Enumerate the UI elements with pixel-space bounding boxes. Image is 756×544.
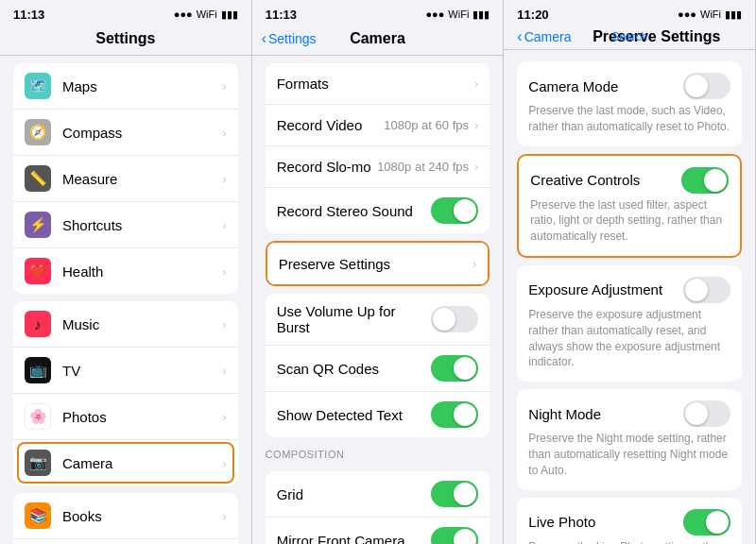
- sidebar-item-compass[interactable]: 🧭 Compass ›: [13, 110, 238, 156]
- preserve-scroll[interactable]: Camera Mode Preserve the last mode, such…: [504, 50, 755, 544]
- shortcuts-label: Shortcuts: [62, 217, 222, 233]
- volume-burst-toggle[interactable]: [431, 306, 478, 332]
- measure-chevron: ›: [222, 172, 226, 186]
- camera-panel: 11:13 ●●● WiFi ▮▮▮ ‹ Settings Camera For…: [252, 0, 505, 544]
- preserve-nav: Search ‹ Camera Preserve Settings: [504, 26, 755, 50]
- sidebar-item-tv[interactable]: 📺 TV ›: [13, 348, 238, 394]
- back-camera-label: Camera: [524, 29, 572, 44]
- battery-icon-3: ▮▮▮: [725, 8, 742, 21]
- sidebar-item-music[interactable]: ♪ Music ›: [13, 301, 238, 348]
- compass-label: Compass: [62, 125, 222, 141]
- back-to-camera[interactable]: ‹ Camera: [517, 28, 571, 45]
- camera-chevron: ›: [222, 456, 226, 470]
- preserve-settings-label: Preserve Settings: [279, 256, 472, 272]
- back-arrow-icon: ‹: [262, 30, 266, 47]
- live-photo-toggle[interactable]: [683, 509, 730, 536]
- creative-controls-row: Creative Controls: [530, 167, 729, 194]
- record-stereo-label: Record Stereo Sound: [277, 203, 432, 219]
- settings-nav: Settings: [0, 26, 251, 56]
- camera-scroll[interactable]: Formats › Record Video 1080p at 60 fps ›…: [252, 56, 504, 544]
- creative-controls-toggle[interactable]: [681, 167, 729, 194]
- measure-label: Measure: [62, 171, 222, 187]
- back-to-settings[interactable]: ‹ Settings: [262, 30, 317, 47]
- record-slomo-chevron: ›: [474, 160, 478, 174]
- music-chevron: ›: [222, 317, 226, 332]
- search-label: Search: [611, 30, 647, 43]
- wifi-icon-3: WiFi: [700, 8, 721, 20]
- battery-icon-2: ▮▮▮: [472, 8, 490, 21]
- preserve-nav-title-container: Preserve Settings: [571, 28, 742, 45]
- live-photo-desc: Preserve the Live Photo setting, rather …: [528, 539, 730, 544]
- camera-mode-label: Camera Mode: [528, 78, 618, 94]
- music-label: Music: [62, 316, 222, 332]
- sidebar-item-photos[interactable]: 🌸 Photos ›: [13, 394, 238, 440]
- record-stereo-item[interactable]: Record Stereo Sound: [266, 188, 490, 233]
- status-icons-1: ●●● WiFi ▮▮▮: [174, 8, 238, 21]
- preserve-settings-row[interactable]: Preserve Settings ›: [267, 243, 489, 284]
- record-stereo-toggle[interactable]: [431, 197, 478, 224]
- formats-item[interactable]: Formats ›: [266, 63, 490, 105]
- sidebar-item-health[interactable]: ❤️ Health ›: [13, 248, 238, 294]
- camera-label: Camera: [62, 455, 222, 471]
- sidebar-item-books[interactable]: 📚 Books ›: [13, 493, 238, 539]
- scan-qr-toggle[interactable]: [431, 355, 478, 382]
- maps-chevron: ›: [222, 79, 226, 94]
- scan-qr-item[interactable]: Scan QR Codes: [266, 346, 490, 392]
- scan-qr-label: Scan QR Codes: [277, 361, 432, 377]
- camera-mode-toggle[interactable]: [683, 73, 730, 99]
- mirror-front-label: Mirror Front Camera: [277, 533, 432, 545]
- grid-item[interactable]: Grid: [266, 471, 490, 518]
- signal-icon-2: ●●●: [425, 8, 444, 20]
- record-slomo-item[interactable]: Record Slo-mo 1080p at 240 fps ›: [266, 146, 490, 188]
- preserve-settings-panel: 11:20 ●●● WiFi ▮▮▮ Search ‹ Camera Prese…: [504, 0, 756, 544]
- sidebar-item-shortcuts[interactable]: ⚡ Shortcuts ›: [13, 202, 238, 248]
- wifi-icon: WiFi: [197, 8, 217, 20]
- status-time-2: 11:13: [266, 8, 297, 22]
- health-icon: ❤️: [25, 258, 51, 284]
- exposure-label: Exposure Adjustment: [528, 281, 662, 298]
- mirror-front-item[interactable]: Mirror Front Camera: [266, 518, 490, 544]
- show-detected-toggle[interactable]: [431, 401, 478, 428]
- camera-nav: ‹ Settings Camera: [252, 26, 504, 56]
- camera-group-2: Use Volume Up for Burst Scan QR Codes Sh…: [266, 294, 490, 437]
- formats-chevron: ›: [474, 76, 478, 91]
- exposure-item: Exposure Adjustment Preserve the exposur…: [517, 265, 742, 382]
- sidebar-item-camera[interactable]: 📷 Camera ›: [13, 440, 238, 485]
- settings-scroll[interactable]: 🗺️ Maps › 🧭 Compass › 📏 Measure › ⚡ Shor…: [0, 56, 251, 544]
- creative-controls-label: Creative Controls: [530, 172, 640, 188]
- record-video-label: Record Video: [277, 117, 385, 133]
- exposure-toggle[interactable]: [683, 277, 730, 303]
- photos-icon: 🌸: [25, 403, 51, 430]
- show-detected-item[interactable]: Show Detected Text: [266, 392, 490, 437]
- grid-label: Grid: [277, 486, 432, 502]
- books-label: Books: [62, 508, 222, 524]
- status-bar-2: 11:13 ●●● WiFi ▮▮▮: [252, 0, 504, 26]
- maps-label: Maps: [62, 78, 222, 94]
- record-video-item[interactable]: Record Video 1080p at 60 fps ›: [266, 105, 490, 146]
- sidebar-item-podcasts[interactable]: 🎙️ Podcasts ›: [13, 539, 238, 544]
- live-photo-label: Live Photo: [528, 514, 595, 530]
- creative-controls-item: Creative Controls Preserve the last used…: [517, 154, 742, 258]
- status-icons-2: ●●● WiFi ▮▮▮: [425, 8, 490, 21]
- maps-icon: 🗺️: [25, 73, 51, 99]
- camera-mode-row: Camera Mode: [528, 73, 730, 99]
- photos-label: Photos: [62, 409, 222, 425]
- sidebar-item-maps[interactable]: 🗺️ Maps ›: [13, 63, 238, 110]
- night-mode-toggle[interactable]: [683, 400, 730, 427]
- composition-header: COMPOSITION: [252, 437, 504, 464]
- mirror-front-toggle[interactable]: [431, 527, 478, 544]
- volume-burst-item[interactable]: Use Volume Up for Burst: [266, 294, 490, 346]
- settings-group-2: ♪ Music › 📺 TV › 🌸 Photos › 📷 Camera ›: [13, 301, 238, 485]
- camera-icon: 📷: [25, 450, 51, 476]
- preserve-settings-item[interactable]: Preserve Settings ›: [266, 241, 490, 286]
- grid-toggle[interactable]: [431, 481, 478, 507]
- measure-icon: 📏: [25, 165, 51, 192]
- exposure-row: Exposure Adjustment: [528, 277, 730, 303]
- sidebar-item-measure[interactable]: 📏 Measure ›: [13, 156, 238, 202]
- back-settings-label: Settings: [268, 31, 317, 46]
- night-mode-desc: Preserve the Night mode setting, rather …: [528, 431, 730, 478]
- settings-group-1: 🗺️ Maps › 🧭 Compass › 📏 Measure › ⚡ Shor…: [13, 63, 238, 294]
- status-bar-1: 11:13 ●●● WiFi ▮▮▮: [0, 0, 251, 26]
- preserve-chevron: ›: [472, 257, 476, 271]
- live-photo-item: Live Photo Preserve the Live Photo setti…: [517, 498, 742, 544]
